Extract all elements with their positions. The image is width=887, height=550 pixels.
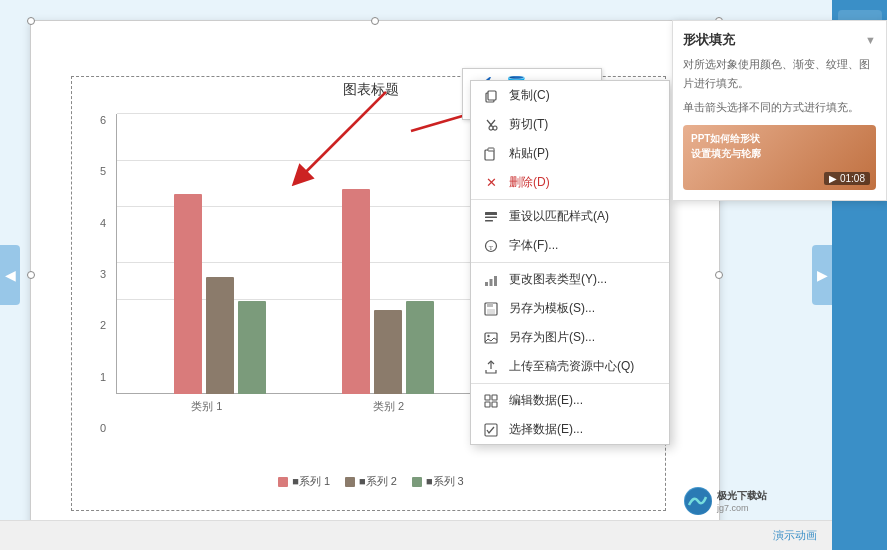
menu-delete[interactable]: ✕ 删除(D) xyxy=(471,168,669,197)
menu-save-template-label: 另存为模板(S)... xyxy=(509,300,595,317)
x-label-2: 类别 2 xyxy=(298,399,480,414)
y-label-0: 0 xyxy=(100,422,106,434)
menu-sep-2 xyxy=(471,262,669,263)
y-label-3: 3 xyxy=(100,268,106,280)
menu-sep-1 xyxy=(471,199,669,200)
handle-tl[interactable] xyxy=(27,17,35,25)
cut-icon xyxy=(483,117,499,133)
bar-group-1 xyxy=(136,194,304,394)
menu-paste-label: 粘贴(P) xyxy=(509,145,549,162)
save-template-icon xyxy=(483,301,499,317)
svg-rect-23 xyxy=(485,402,490,407)
legend-label-s3: ■系列 3 xyxy=(426,474,464,489)
legend-label-s2: ■系列 2 xyxy=(359,474,397,489)
delete-icon: ✕ xyxy=(483,175,499,191)
menu-copy-label: 复制(C) xyxy=(509,87,550,104)
video-duration: ▶ 01:08 xyxy=(824,172,870,185)
watermark: 极光下载站 jg7.com xyxy=(684,487,767,515)
play-icon: ▶ xyxy=(829,173,837,184)
edit-data-icon xyxy=(483,393,499,409)
svg-rect-13 xyxy=(485,282,488,286)
shape-fill-hint: 单击箭头选择不同的方式进行填充。 xyxy=(683,98,876,117)
reset-icon xyxy=(483,209,499,225)
video-thumbnail[interactable]: PPT如何给形状设置填充与轮廓 ▶ 01:08 xyxy=(683,125,876,190)
y-label-4: 4 xyxy=(100,217,106,229)
svg-point-20 xyxy=(487,334,489,336)
shape-fill-title: 形状填充 xyxy=(683,31,735,49)
menu-select-data[interactable]: 选择数据(E)... xyxy=(471,415,669,444)
video-duration-text: 01:08 xyxy=(840,173,865,184)
svg-rect-15 xyxy=(494,276,497,286)
menu-reset-label: 重设以匹配样式(A) xyxy=(509,208,609,225)
menu-edit-data[interactable]: 编辑数据(E)... xyxy=(471,386,669,415)
watermark-site: 极光下载站 xyxy=(717,489,767,503)
menu-reset-style[interactable]: 重设以匹配样式(A) xyxy=(471,202,669,231)
watermark-text: 极光下载站 jg7.com xyxy=(717,489,767,513)
svg-rect-9 xyxy=(485,216,497,218)
y-label-6: 6 xyxy=(100,114,106,126)
bar-1-s3[interactable] xyxy=(238,301,266,394)
menu-select-data-label: 选择数据(E)... xyxy=(509,421,583,438)
watermark-url: jg7.com xyxy=(717,503,767,513)
svg-text:T: T xyxy=(489,243,494,251)
svg-rect-5 xyxy=(488,91,496,100)
left-nav-arrow[interactable]: ◀ xyxy=(0,245,20,305)
legend-s3: ■系列 3 xyxy=(412,474,464,489)
svg-rect-21 xyxy=(485,395,490,400)
bar-2-s1[interactable] xyxy=(342,189,370,394)
menu-save-image-label: 另存为图片(S)... xyxy=(509,329,595,346)
handle-tm[interactable] xyxy=(371,17,379,25)
svg-rect-10 xyxy=(485,220,493,222)
menu-font[interactable]: T 字体(F)... xyxy=(471,231,669,260)
watermark-logo xyxy=(684,487,712,515)
font-icon: T xyxy=(483,238,499,254)
upload-icon xyxy=(483,359,499,375)
menu-cut[interactable]: 剪切(T) xyxy=(471,110,669,139)
handle-mr[interactable] xyxy=(715,271,723,279)
paste-icon xyxy=(483,146,499,162)
svg-rect-24 xyxy=(492,402,497,407)
menu-cut-label: 剪切(T) xyxy=(509,116,548,133)
shape-fill-desc: 对所选对象使用颜色、渐变、纹理、图片进行填充。 xyxy=(683,55,876,92)
panel-close[interactable]: ▼ xyxy=(865,34,876,46)
y-axis: 0 1 2 3 4 5 6 xyxy=(81,114,111,434)
svg-rect-17 xyxy=(487,303,493,307)
context-menu: 复制(C) 剪切(T) 粘贴(P) ✕ 删除(D) 重设以匹配样式(A) T 字… xyxy=(470,80,670,445)
menu-paste[interactable]: 粘贴(P) xyxy=(471,139,669,168)
svg-rect-7 xyxy=(488,148,494,151)
menu-copy[interactable]: 复制(C) xyxy=(471,81,669,110)
chart-legend: ■系列 1 ■系列 2 ■系列 3 xyxy=(81,474,661,489)
legend-s2: ■系列 2 xyxy=(345,474,397,489)
bottom-link-animate[interactable]: 演示动画 xyxy=(773,528,817,543)
menu-delete-label: 删除(D) xyxy=(509,174,550,191)
legend-dot-s1 xyxy=(278,477,288,487)
bar-1-s2[interactable] xyxy=(206,277,234,394)
bar-group-2 xyxy=(304,189,472,394)
menu-save-template[interactable]: 另存为模板(S)... xyxy=(471,294,669,323)
bar-2-s3[interactable] xyxy=(406,301,434,394)
panel-header: 形状填充 ▼ xyxy=(683,31,876,49)
right-nav-arrow[interactable]: ▶ xyxy=(812,245,832,305)
bar-2-s2[interactable] xyxy=(374,310,402,394)
menu-change-chart-label: 更改图表类型(Y)... xyxy=(509,271,607,288)
y-label-2: 2 xyxy=(100,319,106,331)
menu-edit-data-label: 编辑数据(E)... xyxy=(509,392,583,409)
legend-s1: ■系列 1 xyxy=(278,474,330,489)
change-chart-icon xyxy=(483,272,499,288)
y-label-1: 1 xyxy=(100,371,106,383)
menu-change-chart[interactable]: 更改图表类型(Y)... xyxy=(471,265,669,294)
bar-1-s1[interactable] xyxy=(174,194,202,394)
shape-fill-panel: 形状填充 ▼ 对所选对象使用颜色、渐变、纹理、图片进行填充。 单击箭头选择不同的… xyxy=(672,20,887,201)
handle-ml[interactable] xyxy=(27,271,35,279)
video-title: PPT如何给形状设置填充与轮廓 xyxy=(691,131,761,161)
select-data-icon xyxy=(483,422,499,438)
svg-rect-8 xyxy=(485,212,497,215)
menu-upload[interactable]: 上传至稿壳资源中心(Q) xyxy=(471,352,669,381)
bottom-links: 演示动画 xyxy=(773,528,817,543)
legend-label-s1: ■系列 1 xyxy=(292,474,330,489)
menu-font-label: 字体(F)... xyxy=(509,237,558,254)
svg-rect-18 xyxy=(487,309,495,314)
x-label-1: 类别 1 xyxy=(116,399,298,414)
menu-save-image[interactable]: 另存为图片(S)... xyxy=(471,323,669,352)
menu-upload-label: 上传至稿壳资源中心(Q) xyxy=(509,358,634,375)
